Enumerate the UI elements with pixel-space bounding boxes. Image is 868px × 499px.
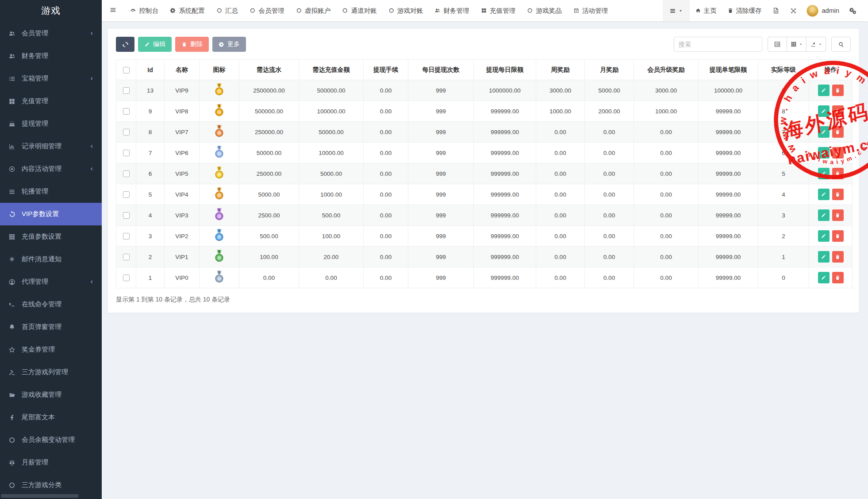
row-delete-button[interactable] (832, 168, 844, 179)
row-checkbox[interactable] (123, 129, 130, 135)
settings-button[interactable] (844, 0, 862, 21)
users-icon (434, 8, 441, 14)
nav-item-channel-reconcile[interactable]: 通道对账 (336, 0, 383, 21)
row-edit-button[interactable] (818, 230, 830, 242)
sidebar-item-mail-notify[interactable]: 邮件消息通知 (0, 248, 102, 271)
row-checkbox[interactable] (123, 212, 130, 219)
row-edit-button[interactable] (818, 147, 830, 159)
sidebar-item-third-game-list-mgmt[interactable]: 三方游戏列管理 (0, 361, 102, 383)
detail-view-button[interactable] (768, 37, 787, 52)
row-edit-button[interactable] (818, 272, 830, 283)
fullscreen-button[interactable] (785, 0, 802, 21)
row-edit-button[interactable] (818, 105, 830, 117)
select-all-checkbox[interactable] (123, 67, 130, 73)
row-delete-button[interactable] (832, 189, 844, 200)
nav-item-finance-mgmt[interactable]: 财务管理 (429, 0, 475, 21)
sidebar-toggle-button[interactable] (102, 6, 124, 15)
row-edit-button[interactable] (818, 251, 830, 263)
row-delete-button[interactable] (832, 126, 844, 138)
row-edit-button[interactable] (818, 209, 830, 221)
cell-value: 0.00 (585, 122, 634, 143)
row-delete-button[interactable] (832, 272, 844, 283)
sidebar-item-agent-mgmt[interactable]: 代理管理 (0, 271, 102, 293)
columns-button[interactable] (787, 37, 807, 52)
search-input[interactable] (674, 37, 762, 52)
export-button[interactable] (807, 37, 826, 52)
cell-value: 0.00 (299, 267, 364, 288)
log-button[interactable] (767, 0, 785, 21)
row-delete-button[interactable] (832, 85, 844, 96)
cell-icon (200, 247, 239, 267)
home-button[interactable]: 主页 (690, 0, 722, 21)
row-delete-button[interactable] (832, 230, 844, 242)
pencil-icon (821, 129, 826, 135)
record-summary: 显示第 1 到第 10 条记录，总共 10 条记录 (116, 296, 851, 304)
sidebar-item-recharge-params[interactable]: 充值参数设置 (0, 225, 102, 248)
edit-button[interactable]: 编辑 (138, 37, 172, 52)
nav-menu-dropdown-button[interactable] (663, 0, 690, 21)
row-checkbox[interactable] (123, 108, 130, 115)
row-checkbox[interactable] (123, 170, 130, 177)
row-delete-button[interactable] (832, 147, 844, 159)
sidebar-item-game-favorites-mgmt[interactable]: 游戏收藏管理 (0, 383, 102, 406)
sidebar-item-bonus-coupon-mgmt[interactable]: 奖金券管理 (0, 338, 102, 361)
row-edit-button[interactable] (818, 126, 830, 138)
users-icon (8, 53, 15, 60)
nav-item-member-mgmt[interactable]: 会员管理 (244, 0, 290, 21)
row-delete-button[interactable] (832, 209, 844, 221)
search-button[interactable] (831, 37, 851, 52)
row-delete-button[interactable] (832, 251, 844, 263)
cell-value: 1000.00 (634, 101, 699, 122)
nav-item-label: 系统配置 (179, 7, 205, 15)
user-menu[interactable]: admin (802, 5, 844, 17)
vip-medal-icon (214, 250, 225, 263)
sidebar-item-record-detail-mgmt[interactable]: 记录明细管理 (0, 135, 102, 158)
sidebar-item-home-popup-mgmt[interactable]: 首页弹窗管理 (0, 316, 102, 338)
sidebar-item-member-mgmt[interactable]: 会员管理 (0, 22, 102, 45)
sidebar-item-carousel-mgmt[interactable]: 轮播管理 (0, 180, 102, 203)
nav-item-game-prizes[interactable]: 游戏奖品 (521, 0, 568, 21)
cell-value: 999999.00 (474, 101, 536, 122)
sidebar-item-content-activity-mgmt[interactable]: 内容活动管理 (0, 158, 102, 180)
table-panel: 编辑 删除 更多 (108, 28, 859, 313)
more-button[interactable]: 更多 (212, 37, 246, 52)
nav-item-virtual-account[interactable]: 虚拟账户 (290, 0, 337, 21)
nav-item-recharge-mgmt[interactable]: 充值管理 (475, 0, 522, 21)
sidebar-item-finance-mgmt[interactable]: 财务管理 (0, 45, 102, 67)
row-edit-button[interactable] (818, 189, 830, 200)
row-checkbox[interactable] (123, 233, 130, 240)
column-header: 月奖励 (585, 60, 634, 80)
row-edit-button[interactable] (818, 85, 830, 96)
sidebar-item-footer-richtext[interactable]: 尾部富文本 (0, 406, 102, 429)
nav-item-summary[interactable]: 汇总 (211, 0, 244, 21)
sidebar-item-label: 代理管理 (22, 278, 89, 286)
row-checkbox[interactable] (123, 275, 130, 281)
row-edit-button[interactable] (818, 168, 830, 179)
sidebar-item-recharge-mgmt[interactable]: 充值管理 (0, 90, 102, 112)
row-checkbox[interactable] (123, 191, 130, 198)
row-checkbox[interactable] (123, 254, 130, 260)
sidebar-item-monthly-salary-mgmt[interactable]: 月薪管理 (0, 451, 102, 474)
sidebar-scrollbar[interactable] (1, 494, 79, 498)
sidebar-item-treasure-mgmt[interactable]: 宝箱管理 (0, 67, 102, 90)
bars-icon (8, 188, 15, 195)
nav-item-activity-mgmt[interactable]: 活动管理 (568, 0, 614, 21)
row-checkbox[interactable] (123, 87, 130, 94)
sidebar-item-online-command-mgmt[interactable]: 在线命令管理 (0, 293, 102, 316)
row-checkbox[interactable] (123, 150, 130, 156)
nav-item-game-reconcile[interactable]: 游戏对账 (383, 0, 429, 21)
clear-cache-button[interactable]: 清除缓存 (722, 0, 767, 21)
nav-item-console[interactable]: 控制台 (124, 0, 164, 21)
nav-item-system-config[interactable]: 系统配置 (164, 0, 211, 21)
sidebar-item-member-balance-mgmt[interactable]: 会员余额变动管理 (0, 429, 102, 451)
delete-button[interactable]: 删除 (175, 37, 209, 52)
cell-icon (200, 205, 239, 226)
row-delete-button[interactable] (832, 105, 844, 117)
cell-name: VIP6 (165, 143, 200, 163)
sidebar-item-vip-params[interactable]: VIP参数设置 (0, 203, 102, 225)
refresh-button[interactable] (116, 37, 134, 52)
column-header: 会员升级奖励 (634, 60, 699, 80)
sidebar-item-third-game-category[interactable]: 三方游戏分类 (0, 474, 102, 496)
sidebar-item-withdraw-mgmt[interactable]: 提现管理 (0, 112, 102, 135)
vip-medal-icon (214, 271, 225, 283)
